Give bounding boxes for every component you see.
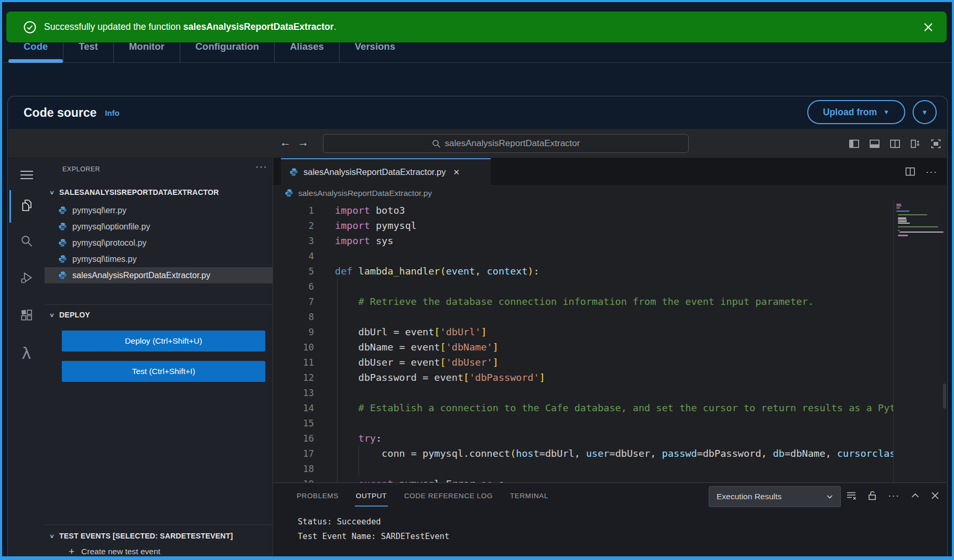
unlock-scroll-icon[interactable] [868, 490, 877, 501]
code-line: 7 # Retrieve the database connection inf… [273, 294, 893, 309]
explorer-more-icon[interactable]: ··· [255, 160, 267, 172]
file-tree-item[interactable]: pymysql\times.py [45, 251, 273, 267]
function-tab-label: Code [24, 41, 48, 52]
fullscreen-icon[interactable] [930, 138, 941, 149]
minimap[interactable] [893, 201, 943, 482]
section-divider [45, 304, 273, 305]
ide-shell: ← → salesAnalysisReportDataExtractor [8, 129, 947, 556]
info-link[interactable]: Info [105, 108, 120, 117]
code-line: 1import boto3 [273, 203, 893, 218]
code-source-header: Code source Info Upload from▼ ▼ [8, 96, 947, 129]
code-line: 18 [273, 461, 893, 476]
code-line: 3import sys [273, 233, 893, 248]
line-number: 4 [273, 249, 314, 264]
output-line: Test Event Name: SARDETestEvent [298, 529, 449, 544]
minimap-line [896, 204, 901, 205]
minimap-line [898, 223, 910, 224]
code-line: 9 dbUrl = event['dbUrl'] [273, 324, 893, 339]
chevron-down-icon: ∨ [49, 189, 55, 196]
panel-tab-code-reference-log[interactable]: CODE REFERENCE LOG [404, 483, 493, 508]
python-file-icon [289, 168, 298, 177]
line-number: 5 [273, 264, 314, 279]
deploy-section-header[interactable]: ∨ DEPLOY [45, 308, 273, 322]
editor-tab[interactable]: salesAnalysisReportDataExtractor.py ✕ [281, 158, 491, 185]
panel-tab-output[interactable]: OUTPUT [356, 483, 387, 508]
create-test-event-label: Create new test event [81, 547, 160, 556]
deploy-button[interactable]: Deploy (Ctrl+Shift+U) [62, 331, 265, 352]
file-name: pymysql\protocol.py [72, 238, 146, 248]
minimap-line [899, 232, 944, 233]
command-search-input[interactable]: salesAnalysisReportDataExtractor [323, 134, 689, 153]
toggle-sidebar-icon[interactable] [849, 138, 860, 149]
function-tab-label: Test [79, 41, 98, 52]
chevron-down-icon [826, 492, 834, 501]
code-line: 13 [273, 385, 893, 400]
forward-arrow-icon[interactable]: → [298, 136, 309, 149]
output-channel-select[interactable]: Execution Results [709, 486, 841, 507]
line-number: 1 [273, 203, 314, 218]
maximize-panel-icon[interactable] [910, 491, 920, 500]
close-panel-icon[interactable] [931, 491, 939, 500]
test-button[interactable]: Test (Ctrl+Shift+I) [62, 361, 265, 382]
line-number: 17 [273, 446, 314, 462]
create-test-event-item[interactable]: + Create new test event [69, 546, 160, 556]
function-tab-label: Configuration [196, 41, 259, 52]
breadcrumb-filename: salesAnalysisReportDataExtractor.py [298, 189, 432, 198]
file-name: pymysql\times.py [72, 255, 137, 264]
output-line: Status: Succeeded [298, 514, 449, 529]
split-editor-right-icon[interactable] [905, 167, 915, 177]
line-number: 16 [273, 431, 314, 446]
run-debug-view-icon[interactable] [8, 265, 45, 290]
code-line: 12 dbPassword = event['dbPassword'] [273, 370, 893, 385]
breadcrumb[interactable]: salesAnalysisReportDataExtractor.py [273, 185, 947, 201]
customize-layout-icon[interactable] [910, 138, 921, 149]
circle-caret-icon: ▼ [922, 108, 928, 116]
project-section-header[interactable]: ∨ SALESANALYSISREPORTDATAEXTRACTOR [45, 185, 273, 199]
more-actions-button[interactable]: ▼ [913, 100, 937, 124]
test-events-section-header[interactable]: ∨ TEST EVENTS [SELECTED: SARDETESTEVENT] [45, 529, 273, 543]
editor-more-actions-icon[interactable]: ··· [926, 166, 937, 178]
extensions-view-icon[interactable] [8, 303, 45, 328]
split-editor-icon[interactable] [890, 138, 901, 149]
back-arrow-icon[interactable]: ← [280, 136, 291, 149]
panel-tab-problems[interactable]: PROBLEMS [297, 483, 339, 508]
line-number: 14 [273, 401, 314, 416]
toggle-panel-icon[interactable] [869, 138, 880, 149]
file-tree-item[interactable]: pymysql\err.py [45, 202, 273, 218]
code-line: 16 try: [273, 431, 893, 446]
code-editor[interactable]: 1import boto32import pymysql3import sys4… [273, 201, 893, 482]
aws-lambda-view-icon[interactable]: λ [8, 341, 45, 366]
banner-close-icon[interactable] [924, 23, 933, 32]
layout-controls [849, 129, 941, 158]
minimap-line [898, 214, 927, 215]
minimap-line [898, 221, 907, 222]
line-number: 6 [273, 279, 314, 294]
file-tree-item[interactable]: pymysql\optionfile.py [45, 218, 273, 235]
explorer-view-icon[interactable] [8, 193, 45, 218]
search-view-icon[interactable] [8, 228, 45, 254]
editor-scrollbar[interactable] [943, 383, 946, 409]
editor-area: salesAnalysisReportDataExtractor.py ✕ ··… [273, 158, 947, 556]
minimap-line [898, 219, 907, 221]
file-tree-item[interactable]: salesAnalysisReportDataExtractor.py [45, 267, 273, 283]
panel-actions: ··· [846, 483, 939, 508]
file-name: pymysql\err.py [72, 206, 126, 215]
section-divider [45, 524, 273, 525]
code-line: 17 conn = pymysql.connect(host=dbUrl, us… [273, 446, 893, 461]
code-line: 4 [273, 248, 893, 263]
upload-from-button[interactable]: Upload from▼ [807, 100, 905, 124]
clear-output-icon[interactable] [846, 490, 857, 501]
file-tree-item[interactable]: pymysql\protocol.py [45, 235, 273, 251]
chevron-down-icon: ∨ [49, 533, 55, 540]
tab-close-icon[interactable]: ✕ [453, 168, 460, 177]
search-icon [432, 139, 441, 148]
indent-guide [337, 279, 338, 482]
python-file-icon [58, 255, 67, 263]
panel-tab-terminal[interactable]: TERMINAL [510, 483, 548, 508]
editor-tab-actions: ··· [905, 158, 937, 185]
file-name: pymysql\optionfile.py [72, 222, 150, 232]
minimap-line [898, 235, 908, 236]
menu-hamburger-icon[interactable] [8, 162, 45, 188]
line-number: 9 [273, 325, 314, 340]
panel-more-actions-icon[interactable]: ··· [888, 490, 899, 501]
